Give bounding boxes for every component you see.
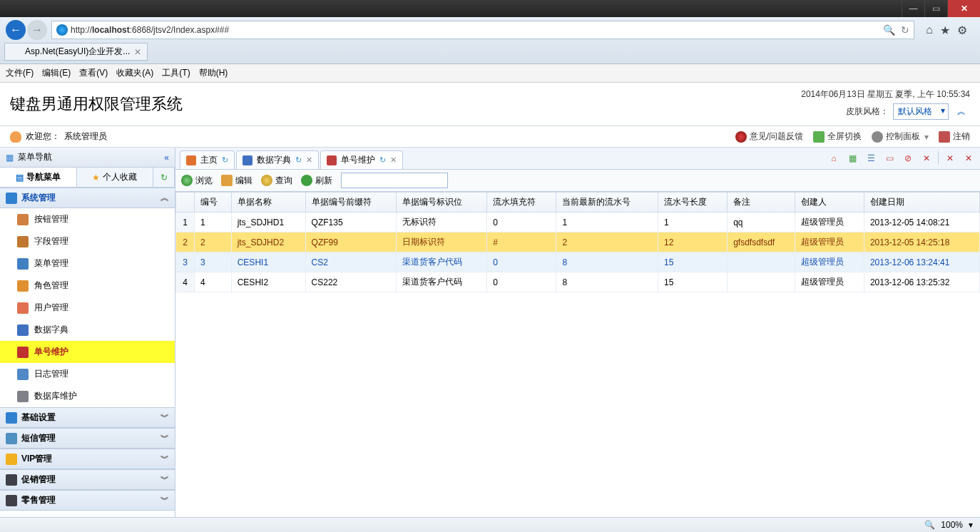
accordion-header[interactable]: 零售管理︾ <box>0 490 175 511</box>
menu-item[interactable]: 用户管理 <box>0 297 175 319</box>
column-header[interactable]: 单据名称 <box>231 193 305 213</box>
menu-item[interactable]: 数据库维护 <box>0 385 175 407</box>
menu-item[interactable]: 单号维护 <box>0 341 175 363</box>
menu-item[interactable]: 按钮管理 <box>0 208 175 230</box>
menu-item[interactable]: 日志管理 <box>0 363 175 385</box>
maximize-button[interactable]: ▭ <box>924 0 947 17</box>
menu-favorites[interactable]: 收藏夹(A) <box>116 67 153 79</box>
table-cell: 无标识符 <box>396 213 486 232</box>
tab-nav-menu[interactable]: ▤导航菜单 <box>0 168 77 187</box>
table-cell: 15 <box>658 252 728 272</box>
browser-tab[interactable]: Asp.Net(EasyUI)企业开发... ✕ <box>4 43 148 61</box>
column-header[interactable]: 创建人 <box>795 193 864 213</box>
menu-item[interactable]: 字段管理 <box>0 230 175 252</box>
column-header[interactable]: 流水号长度 <box>658 193 728 213</box>
tool-close3-icon[interactable]: ✕ <box>961 151 976 165</box>
column-header[interactable]: 备注 <box>728 193 795 213</box>
control-panel-button[interactable]: 控制面板▾ <box>872 131 929 143</box>
welcome-bar: 欢迎您： 系统管理员 意见/问题反馈 全屏切换 控制面板▾ 注销 <box>0 126 980 148</box>
table-cell: 2013-12-05 14:25:18 <box>864 232 979 252</box>
column-header[interactable]: 单据编号前缀符 <box>305 193 396 213</box>
tab-refresh-icon[interactable]: ↻ <box>295 155 302 165</box>
address-bar[interactable]: http://localhost:6868/jtsv2/Index.aspx##… <box>51 21 914 39</box>
table-row[interactable]: 22jts_SDJHD2QZF99日期标识符#212gfsdfsdfsdf超级管… <box>176 232 980 252</box>
table-row[interactable]: 11jts_SDJHD1QZF135无标识符011qq超级管理员2013-12-… <box>176 213 980 232</box>
column-header[interactable]: 编号 <box>195 193 232 213</box>
tab-favorites[interactable]: ★个人收藏 <box>77 168 154 187</box>
sidebar-title: ▦ 菜单导航 « <box>0 148 175 168</box>
globe-icon <box>181 175 193 186</box>
browse-button[interactable]: 浏览 <box>181 175 213 187</box>
accordion-header[interactable]: 基础设置︾ <box>0 407 175 428</box>
table-row[interactable]: 33CESHI1CS2渠道货客户代码0815超级管理员2013-12-06 13… <box>176 252 980 272</box>
menu-item[interactable]: 角色管理 <box>0 275 175 297</box>
tab-refresh-icon[interactable]: ↻ <box>379 155 386 165</box>
sidebar: ▦ 菜单导航 « ▤导航菜单 ★个人收藏 ↻ 系统管理︽按钮管理字段管理菜单管理… <box>0 148 175 523</box>
feedback-button[interactable]: 意见/问题反馈 <box>735 131 803 143</box>
forward-button[interactable]: → <box>27 20 47 40</box>
tool-home-icon[interactable]: ⌂ <box>827 151 841 165</box>
edit-button[interactable]: 编辑 <box>221 175 252 187</box>
column-header[interactable] <box>176 193 195 213</box>
menu-item-icon <box>17 280 29 292</box>
refresh-button[interactable]: 刷新 <box>301 175 332 187</box>
menu-view[interactable]: 查看(V) <box>79 67 108 79</box>
accordion-header[interactable]: VIP管理︾ <box>0 449 175 469</box>
tool-window-icon[interactable]: ▭ <box>882 151 897 165</box>
query-button[interactable]: 查询 <box>261 175 292 187</box>
accordion-header[interactable]: 系统管理︽ <box>0 188 175 208</box>
search-icon[interactable]: 🔍 <box>883 24 895 36</box>
accordion-header[interactable]: 短信管理︾ <box>0 428 175 449</box>
datetime-label: 2014年06月13日 星期五 夏季, 上午 10:55:34 <box>801 88 970 101</box>
zoom-icon[interactable]: 🔍 <box>924 520 935 523</box>
tab-close-icon[interactable]: ✕ <box>390 155 397 165</box>
tool-close-icon[interactable]: ✕ <box>919 151 934 165</box>
group-icon <box>6 474 17 486</box>
main-tab[interactable]: 主页↻ <box>180 150 235 169</box>
zoom-dropdown-icon[interactable]: ▾ <box>969 520 973 523</box>
main-tab[interactable]: 数据字典↻✕ <box>236 150 319 169</box>
home-icon[interactable]: ⌂ <box>926 24 933 37</box>
table-cell: 0 <box>487 272 556 292</box>
skin-select[interactable]: 默认风格 <box>893 103 949 120</box>
menu-edit[interactable]: 编辑(E) <box>42 67 71 79</box>
menu-item[interactable]: 菜单管理 <box>0 252 175 275</box>
menu-help[interactable]: 帮助(H) <box>199 67 228 79</box>
tool-grid-icon[interactable]: ▦ <box>845 151 859 165</box>
back-button[interactable]: ← <box>6 20 26 40</box>
tab-close-icon[interactable]: ✕ <box>306 155 312 165</box>
column-header[interactable]: 当前最新的流水号 <box>556 193 658 213</box>
tool-list-icon[interactable]: ☰ <box>864 151 878 165</box>
column-header[interactable]: 流水填充符 <box>487 193 556 213</box>
tab-close-icon[interactable]: ✕ <box>134 47 141 57</box>
column-header[interactable]: 单据编号标识位 <box>396 193 486 213</box>
sidebar-refresh-button[interactable]: ↻ <box>153 168 175 187</box>
menu-tools[interactable]: 工具(T) <box>162 67 190 79</box>
close-button[interactable]: ✕ <box>947 0 980 17</box>
refresh-icon: ↻ <box>160 173 168 183</box>
main-tab[interactable]: 单号维护↻✕ <box>320 150 403 169</box>
menu-item[interactable]: 数据字典 <box>0 319 175 341</box>
favorites-icon[interactable]: ★ <box>940 24 950 37</box>
menu-item-icon <box>17 214 29 225</box>
fullscreen-button[interactable]: 全屏切换 <box>813 131 862 143</box>
menu-item-icon <box>17 347 29 358</box>
column-header[interactable]: 创建日期 <box>864 193 979 213</box>
tool-close2-icon[interactable]: ✕ <box>943 151 957 165</box>
table-row[interactable]: 44CESHI2CS222渠道货客户代码0815超级管理员2013-12-06 … <box>176 272 980 292</box>
logout-button[interactable]: 注销 <box>939 131 970 143</box>
welcome-text: 欢迎您： <box>26 131 60 143</box>
search-input[interactable] <box>341 173 448 188</box>
tool-stop-icon[interactable]: ⊘ <box>901 151 915 165</box>
tab-refresh-icon[interactable]: ↻ <box>222 155 228 165</box>
menu-file[interactable]: 文件(F) <box>6 67 34 79</box>
tools-icon[interactable]: ⚙ <box>957 24 967 37</box>
header-collapse-icon[interactable]: ︽ <box>953 106 970 118</box>
minimize-button[interactable]: — <box>902 0 924 17</box>
menu-item-label: 数据字典 <box>34 324 68 336</box>
url-text: http://localhost:6868/jtsv2/Index.aspx##… <box>71 25 883 35</box>
sidebar-collapse-icon[interactable]: « <box>164 153 169 163</box>
accordion-header[interactable]: 促销管理︾ <box>0 469 175 490</box>
refresh-icon[interactable]: ↻ <box>901 24 909 36</box>
menu-bar: 文件(F) 编辑(E) 查看(V) 收藏夹(A) 工具(T) 帮助(H) <box>0 64 980 83</box>
